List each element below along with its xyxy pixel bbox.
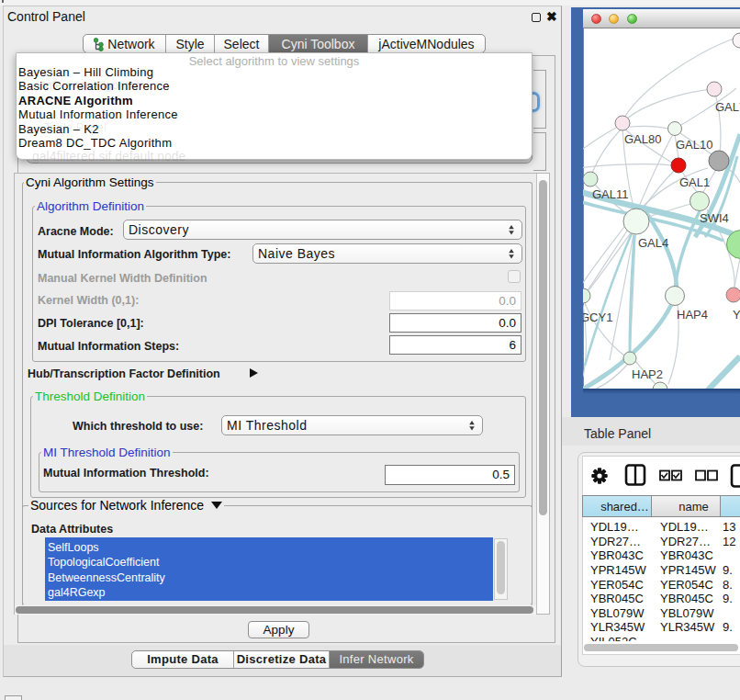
svg-text:SWI4: SWI4	[700, 211, 729, 225]
svg-text:GAL1: GAL1	[679, 175, 710, 189]
svg-text:HAP2: HAP2	[632, 367, 663, 381]
svg-text:GAL80: GAL80	[624, 132, 661, 146]
svg-text:HAP4: HAP4	[677, 308, 708, 322]
svg-text:Y: Y	[733, 308, 740, 322]
svg-text:GAL10: GAL10	[676, 138, 712, 152]
svg-text:GCY1: GCY1	[583, 310, 612, 324]
svg-text:GAL4: GAL4	[638, 236, 668, 250]
svg-text:GAL11: GAL11	[592, 187, 629, 201]
svg-text:GAL7: GAL7	[715, 100, 740, 114]
